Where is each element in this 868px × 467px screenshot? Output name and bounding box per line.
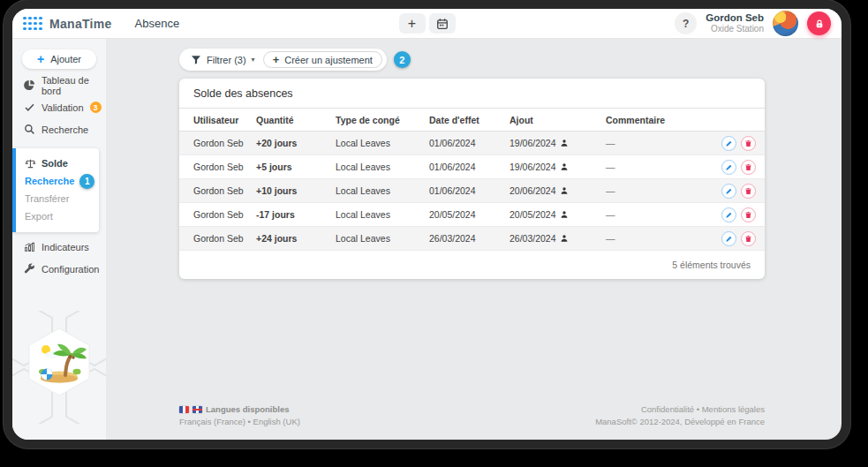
sidebar-subitem-recherche-active[interactable]: Recherche 1	[16, 172, 99, 190]
plus-icon: +	[37, 53, 44, 65]
edit-button[interactable]	[721, 184, 736, 199]
cell-type: Local Leaves	[336, 209, 429, 220]
cell-added: 20/05/2024	[509, 209, 556, 220]
pencil-icon	[725, 211, 733, 219]
avatar[interactable]	[773, 11, 798, 36]
calendar-icon	[436, 18, 449, 30]
lock-icon	[814, 19, 825, 29]
wrench-icon	[24, 263, 35, 275]
delete-button[interactable]	[741, 231, 756, 246]
cell-type: Local Leaves	[336, 138, 429, 148]
sidebar-item-solde[interactable]: Solde	[16, 154, 99, 172]
sidebar-item-recherche[interactable]: Recherche	[12, 118, 106, 140]
filter-label: Filtrer (3)	[207, 55, 246, 65]
delete-button[interactable]	[741, 207, 756, 222]
person-icon	[560, 162, 569, 171]
cell-comment: —	[606, 209, 708, 220]
cell-user: Gordon Seb	[193, 185, 256, 196]
solde-label: Solde	[42, 158, 68, 169]
col-commentaire: Commentaire	[606, 115, 708, 125]
delete-button[interactable]	[741, 160, 756, 175]
trash-icon	[744, 187, 752, 195]
create-adjustment-button[interactable]: + Créer un ajustement	[263, 51, 382, 68]
table-row: Gordon Seb +24 jours Local Leaves 26/03/…	[179, 227, 765, 251]
edit-button[interactable]	[721, 207, 736, 222]
col-type: Type de congé	[336, 115, 429, 125]
edit-button[interactable]	[721, 231, 736, 246]
help-button[interactable]: ?	[675, 12, 697, 34]
cell-added: 19/06/2024	[509, 138, 556, 148]
results-count: 5 éléments trouvés	[672, 260, 751, 270]
table-body: Gordon Seb +20 jours Local Leaves 01/06/…	[179, 132, 765, 251]
page-title: Absence	[135, 17, 180, 30]
sidebar-subitem-export[interactable]: Export	[16, 207, 99, 225]
sidebar-item-dashboard[interactable]: Tableau de bord	[12, 74, 106, 96]
toolbar-pill: Filtrer (3) ▾ + Créer un ajustement	[179, 49, 387, 71]
delete-button[interactable]	[741, 184, 756, 199]
edit-button[interactable]	[721, 136, 736, 151]
cell-comment: —	[606, 233, 708, 244]
main-content: Filtrer (3) ▾ + Créer un ajustement 2 So…	[106, 39, 842, 440]
person-icon	[560, 234, 569, 243]
cell-added: 20/06/2024	[509, 185, 556, 196]
filter-button[interactable]: Filtrer (3) ▾	[183, 49, 263, 71]
cell-effect-date: 20/05/2024	[429, 209, 509, 220]
subitem-label: Transférer	[25, 193, 69, 204]
topbar: ManaTime Absence + ? Gordon	[12, 9, 842, 39]
lock-button[interactable]	[807, 11, 831, 35]
table-row: Gordon Seb -17 jours Local Leaves 20/05/…	[179, 203, 765, 227]
table-row: Gordon Seb +10 jours Local Leaves 01/06/…	[179, 179, 765, 203]
sidebar-item-validation[interactable]: Validation 3	[12, 96, 106, 118]
flag-france-icon	[179, 406, 189, 413]
cell-comment: —	[606, 162, 708, 172]
trash-icon	[744, 163, 752, 171]
user-block: Gordon Seb Oxide Station	[706, 12, 764, 34]
step-badge-1[interactable]: 1	[79, 174, 94, 189]
cell-effect-date: 01/06/2024	[429, 138, 509, 148]
table-row: Gordon Seb +5 jours Local Leaves 01/06/2…	[179, 155, 765, 179]
toolbar: Filtrer (3) ▾ + Créer un ajustement 2	[179, 49, 842, 71]
copyright: ManaSoft© 2012-2024, Développé en France	[595, 416, 765, 428]
caret-down-icon: ▾	[252, 56, 255, 64]
table-row: Gordon Seb +20 jours Local Leaves 01/06/…	[179, 132, 765, 155]
person-icon	[560, 210, 569, 219]
app-window: ManaTime Absence + ? Gordon	[12, 9, 842, 440]
sidebar-item-indicateurs[interactable]: Indicateurs	[12, 236, 106, 258]
cell-type: Local Leaves	[336, 233, 429, 244]
bar-chart-icon	[24, 241, 35, 252]
languages-title: Langues disponibles	[206, 403, 290, 416]
cell-quantity: +5 jours	[256, 162, 336, 172]
cell-user: Gordon Seb	[193, 162, 256, 172]
trash-icon	[744, 235, 752, 243]
sidebar-item-configuration[interactable]: Configuration	[12, 258, 106, 280]
legal-links[interactable]: Confidentialité • Mentions légales	[595, 403, 765, 416]
cell-effect-date: 01/06/2024	[429, 185, 509, 196]
cell-effect-date: 26/03/2024	[429, 233, 509, 244]
delete-button[interactable]	[741, 136, 756, 151]
sidebar-subitem-transferer[interactable]: Transférer	[16, 190, 99, 207]
cell-type: Local Leaves	[336, 162, 429, 172]
cell-quantity: -17 jours	[256, 209, 336, 220]
cell-comment: —	[606, 185, 708, 196]
cell-quantity: +10 jours	[256, 185, 336, 196]
add-button-label: Ajouter	[50, 54, 81, 64]
person-icon	[560, 186, 569, 195]
person-icon	[560, 139, 569, 147]
languages-links[interactable]: Français (France) • English (UK)	[179, 416, 300, 428]
pencil-icon	[725, 163, 733, 171]
step-badge-2[interactable]: 2	[394, 51, 411, 68]
col-utilisateur: Utilisateur	[193, 115, 256, 125]
calendar-button[interactable]	[429, 13, 456, 34]
cell-added: 26/03/2024	[509, 233, 556, 244]
table-footer: 5 éléments trouvés	[179, 251, 765, 279]
add-button[interactable]: + Ajouter	[22, 49, 96, 69]
app-launcher[interactable]: ManaTime	[23, 17, 112, 31]
page-footer: Langues disponibles Français (France) • …	[179, 403, 765, 429]
edit-button[interactable]	[721, 160, 736, 175]
question-icon: ?	[683, 18, 689, 30]
cell-user: Gordon Seb	[193, 233, 256, 244]
quick-add-button[interactable]: +	[399, 13, 426, 34]
col-quantite: Quantité	[256, 115, 336, 125]
cell-user: Gordon Seb	[193, 138, 256, 148]
cell-quantity: +24 jours	[256, 233, 336, 244]
